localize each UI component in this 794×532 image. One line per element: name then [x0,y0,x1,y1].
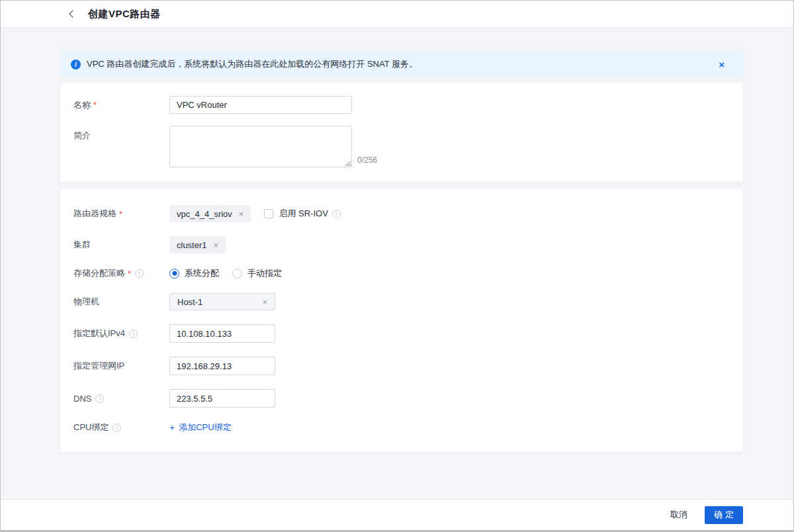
help-icon[interactable]: i [112,423,121,432]
host-label: 物理机 [73,296,169,308]
label-text: DNS [73,394,91,404]
dns-label: DNS i [73,394,169,404]
radio-system-allocate-label: 系统分配 [185,267,219,279]
footer-bar: 取消 确定 [1,499,793,530]
chevron-left-icon [69,10,76,17]
page-title: 创建VPC路由器 [88,8,161,21]
help-icon[interactable]: i [135,269,144,278]
radio-system-allocate[interactable] [169,269,179,279]
mgmt-ip-label: 指定管理网IP [73,360,169,372]
remove-tag-icon[interactable]: × [239,209,244,219]
clear-icon[interactable]: × [262,297,267,307]
label-text: 指定默认IPv4 [73,328,125,339]
sriov-label: 启用 SR-IOV [279,208,328,220]
cancel-button[interactable]: 取消 [670,509,687,521]
content-area: i VPC 路由器创建完成后，系统将默认为路由器在此处加载的公有网络打开 SNA… [1,28,793,499]
config-card: 路由器规格 * vpc_4_4_sriov × 启用 SR-IOV i 集群 [60,189,743,452]
required-asterisk: * [128,269,131,279]
sriov-checkbox[interactable] [264,209,273,218]
spec-row: 路由器规格 * vpc_4_4_sriov × 启用 SR-IOV i [73,205,730,222]
link-text: 添加CPU绑定 [179,421,231,433]
name-row: 名称 * [73,96,730,114]
label-text: 名称 [73,99,91,111]
spec-label: 路由器规格 * [73,208,169,220]
host-select-value: Host-1 [177,297,202,307]
tag-text: vpc_4_4_sriov [177,209,232,219]
label-text: CPU绑定 [73,421,109,433]
storage-policy-options: 系统分配 手动指定 [169,267,282,279]
cluster-label: 集群 [73,239,169,251]
dns-row: DNS i [73,389,730,408]
char-counter: 0/256 [357,155,377,165]
label-text: 集群 [73,239,91,251]
name-label: 名称 * [73,99,169,111]
help-icon[interactable]: i [332,210,341,218]
description-textarea[interactable] [169,126,352,167]
default-ipv4-label: 指定默认IPv4 i [73,328,169,339]
label-text: 指定管理网IP [73,360,124,372]
back-button[interactable] [67,8,79,20]
default-ipv4-input[interactable] [169,324,275,343]
cpu-binding-row: CPU绑定 i + 添加CPU绑定 [73,421,730,433]
tag-text: cluster1 [177,240,207,250]
radio-manual-assign[interactable] [232,269,242,279]
dns-input[interactable] [169,389,275,408]
cpu-binding-label: CPU绑定 i [73,421,169,433]
help-icon[interactable]: i [95,394,104,403]
host-select[interactable]: Host-1 × [169,293,275,310]
mgmt-ip-input[interactable] [169,357,275,375]
required-asterisk: * [93,100,97,110]
page-header: 创建VPC路由器 [1,1,793,28]
spec-tag: vpc_4_4_sriov × [169,205,251,222]
help-icon[interactable]: i [129,330,138,338]
description-row: 简介 0/256 [73,126,730,167]
label-text: 物理机 [73,296,99,308]
banner-message: VPC 路由器创建完成后，系统将默认为路由器在此处加载的公有网络打开 SNAT … [87,58,418,70]
add-cpu-binding-link[interactable]: + 添加CPU绑定 [169,421,232,433]
info-banner: i VPC 路由器创建完成后，系统将默认为路由器在此处加载的公有网络打开 SNA… [60,52,743,76]
confirm-button[interactable]: 确定 [705,506,743,524]
remove-tag-icon[interactable]: × [214,240,219,250]
description-label: 简介 [73,130,169,142]
mgmt-ip-row: 指定管理网IP [73,357,730,375]
label-text: 路由器规格 [73,208,116,220]
label-text: 简介 [73,130,91,142]
required-asterisk: * [119,209,122,219]
basic-info-card: 名称 * 简介 0/256 [60,83,743,182]
radio-manual-assign-label: 手动指定 [247,267,282,279]
host-row: 物理机 Host-1 × [73,293,730,310]
default-ipv4-row: 指定默认IPv4 i [73,324,730,343]
label-text: 存储分配策略 [73,267,125,279]
name-input[interactable] [169,96,352,114]
storage-policy-row: 存储分配策略 * i 系统分配 手动指定 [73,267,730,279]
cluster-tag: cluster1 × [169,236,226,253]
create-vpc-router-page: 创建VPC路由器 i VPC 路由器创建完成后，系统将默认为路由器在此处加载的公… [0,0,794,532]
info-icon: i [71,60,81,69]
plus-icon: + [169,422,175,433]
storage-policy-label: 存储分配策略 * i [73,267,169,279]
sriov-group: 启用 SR-IOV i [264,208,340,220]
close-icon[interactable]: × [719,60,725,69]
cluster-row: 集群 cluster1 × [73,236,730,253]
